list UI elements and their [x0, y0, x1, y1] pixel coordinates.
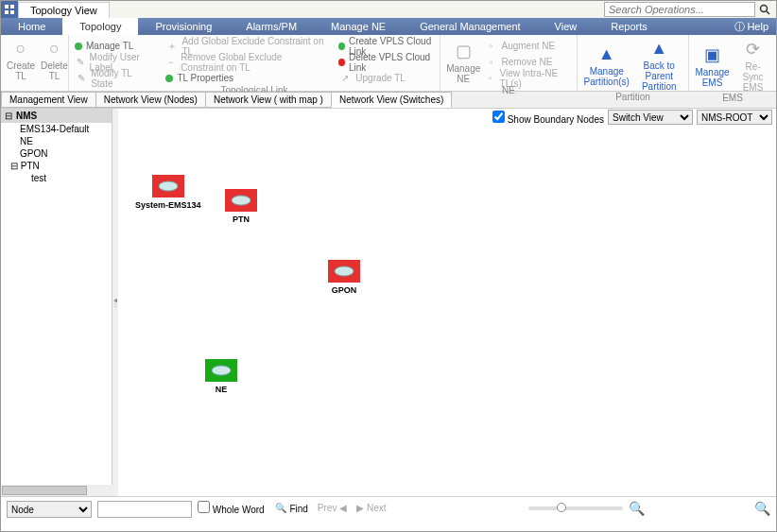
search-input[interactable]: [604, 2, 755, 17]
tab-network-nodes[interactable]: Network View (Nodes): [95, 92, 206, 108]
tl-properties-button[interactable]: TL Properties: [165, 71, 325, 85]
view-intra-ne-icon: ▫: [484, 72, 495, 85]
tree-item[interactable]: ⊟ PTN: [1, 160, 112, 172]
topology-node[interactable]: GPON: [328, 260, 360, 295]
delete-tl-button[interactable]: ○ Delete TL: [41, 37, 68, 81]
upgrade-tl-button[interactable]: ↗Upgrade TL: [338, 71, 434, 85]
modify-tl-state-button[interactable]: ✎Modify TL State: [75, 71, 152, 85]
prev-icon: ◀: [339, 503, 347, 513]
menu-reports[interactable]: Reports: [594, 18, 665, 35]
node-icon: [152, 175, 184, 197]
ribbon: ○ Create TL ○ Delete TL Manage TL ✎Modif…: [1, 35, 776, 92]
augment-ne-button[interactable]: ▫Augment NE: [484, 39, 571, 53]
add-global-icon: ＋: [165, 40, 178, 53]
ribbon-group-topolink: Manage TL ✎Modify User Label ✎Modify TL …: [69, 35, 440, 91]
manage-ems-label: Manage EMS: [695, 67, 730, 88]
next-button[interactable]: ▶ Next: [356, 503, 386, 513]
create-tl-button[interactable]: ○ Create TL: [7, 37, 35, 81]
manage-ne-icon: ▢: [456, 41, 472, 61]
topology-node[interactable]: System-EMS134: [135, 175, 201, 210]
create-tl-icon: ○: [16, 39, 26, 59]
prev-button[interactable]: Prev ◀: [318, 503, 347, 513]
upgrade-tl-icon: ↗: [338, 72, 352, 85]
tab-network-map[interactable]: Network View ( with map ): [205, 92, 332, 108]
tab-network-switches[interactable]: Network View (Switches): [331, 92, 452, 108]
tree-item[interactable]: GPON: [1, 147, 112, 160]
resync-ems-button[interactable]: ⟳ Re-Sync EMS: [735, 37, 770, 93]
zoom-controls: 🔍 🔍: [528, 501, 770, 516]
scrollbar-thumb[interactable]: [2, 486, 87, 495]
svg-point-9: [212, 366, 231, 375]
ribbon-group-ne: ▢ Manage NE ▫Augment NE ▫Remove NE ▫View…: [440, 35, 578, 91]
manage-partitions-label: Manage Partition(s): [583, 66, 630, 87]
menu-provisioning[interactable]: Provisioning: [138, 18, 229, 35]
svg-point-4: [761, 6, 768, 12]
node-label: NE: [205, 385, 237, 394]
remove-ne-icon: ▫: [484, 56, 497, 69]
zoom-in-button[interactable]: 🔍: [754, 501, 770, 516]
zoom-out-button[interactable]: 🔍: [629, 501, 645, 516]
help-icon: ⓘ: [734, 20, 745, 34]
zoom-slider[interactable]: [528, 506, 623, 510]
tree-root-label: NMS: [16, 111, 37, 121]
manage-ems-button[interactable]: ▣ Manage EMS: [695, 37, 730, 93]
delete-vpls-icon: [338, 59, 345, 66]
manage-partitions-icon: ▲: [598, 44, 615, 64]
remove-global-exclude-button[interactable]: －Remove Global Exclude Constraint on TL: [165, 55, 325, 69]
find-input[interactable]: [97, 501, 192, 518]
find-button[interactable]: 🔍 Find: [274, 502, 308, 515]
topology-canvas[interactable]: System-EMS134 PTN GPON NE: [118, 109, 776, 496]
tree-root[interactable]: ⊟ NMS: [1, 109, 112, 123]
node-label: GPON: [328, 285, 360, 295]
manage-partitions-button[interactable]: ▲ Manage Partition(s): [583, 37, 630, 92]
show-boundary-checkbox[interactable]: Show Boundary Nodes: [492, 111, 604, 125]
next-icon: ▶: [356, 503, 364, 513]
help-link[interactable]: ⓘ Help: [727, 18, 776, 35]
ems-group-label: EMS: [695, 93, 770, 104]
collapse-icon: ⊟: [10, 161, 18, 171]
view-intra-ne-button[interactable]: ▫View Intra-NE TL(s): [484, 71, 571, 85]
tree-scrollbar[interactable]: [1, 485, 112, 496]
create-vpls-icon: [338, 43, 345, 50]
window-icon: [1, 1, 18, 18]
canvas-toolbar: Show Boundary Nodes Switch View NMS-ROOT: [485, 109, 772, 126]
svg-point-8: [335, 266, 354, 276]
tree-item[interactable]: NE: [1, 135, 112, 147]
tree-item[interactable]: test: [1, 172, 112, 184]
menu-topology[interactable]: Topology: [62, 18, 138, 35]
menu-view[interactable]: View: [538, 18, 595, 35]
tree-item[interactable]: EMS134-Default: [1, 123, 112, 135]
ribbon-group-tl: ○ Create TL ○ Delete TL: [1, 35, 69, 91]
resync-ems-icon: ⟳: [746, 39, 760, 60]
scope-select[interactable]: Node: [7, 501, 92, 518]
delete-tl-icon: ○: [49, 39, 60, 59]
topology-node[interactable]: PTN: [225, 189, 257, 224]
tab-management-view[interactable]: Management View: [1, 92, 96, 108]
svg-rect-0: [5, 5, 9, 9]
topology-node[interactable]: NE: [205, 359, 237, 394]
manage-ne-button[interactable]: ▢ Manage NE: [446, 37, 480, 85]
node-icon: [205, 359, 237, 382]
menu-manage-ne[interactable]: Manage NE: [314, 18, 403, 35]
delete-tl-label: Delete TL: [41, 60, 68, 81]
modify-tl-state-icon: ✎: [75, 72, 87, 85]
svg-rect-3: [10, 10, 14, 14]
ribbon-group-ems: ▣ Manage EMS ⟳ Re-Sync EMS EMS: [689, 35, 776, 91]
back-parent-label: Back to Parent Partition: [636, 60, 683, 92]
search-button[interactable]: [757, 2, 772, 17]
menu-alarms[interactable]: Alarms/PM: [229, 18, 314, 35]
node-icon: [225, 189, 257, 212]
menu-home[interactable]: Home: [1, 18, 62, 35]
view-mode-select[interactable]: Switch View: [608, 110, 693, 125]
node-label: PTN: [225, 215, 257, 224]
node-icon: [328, 260, 360, 283]
whole-word-checkbox[interactable]: Whole Word: [198, 501, 265, 515]
zoom-thumb[interactable]: [557, 503, 566, 512]
content-area: Show Boundary Nodes Switch View NMS-ROOT…: [1, 109, 776, 496]
collapse-icon: ⊟: [5, 111, 12, 121]
delete-vpls-button[interactable]: Delete VPLS Cloud Link: [338, 55, 434, 69]
back-parent-partition-button[interactable]: ▲ Back to Parent Partition: [636, 37, 683, 92]
root-select[interactable]: NMS-ROOT: [697, 110, 772, 125]
menu-general[interactable]: General Management: [403, 18, 537, 35]
tl-properties-icon: [165, 75, 173, 82]
